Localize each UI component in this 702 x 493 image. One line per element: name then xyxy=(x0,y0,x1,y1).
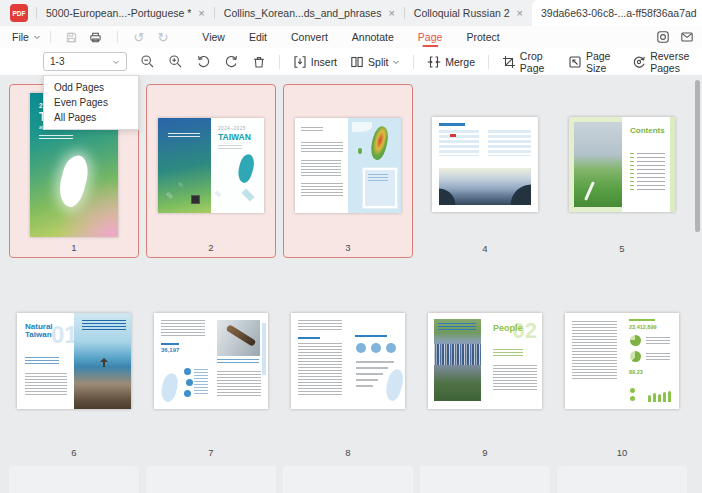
merge-page-button[interactable]: Merge xyxy=(427,55,475,69)
population-stat: 23,412,899 xyxy=(629,324,657,330)
page-thumbnail-cell-6[interactable]: 01 Natural Taiwan 6 xyxy=(9,288,139,462)
dropdown-option-even-pages[interactable]: Even Pages xyxy=(44,95,138,110)
document-tab-1[interactable]: 5000-European...-Portuguese * × xyxy=(37,0,214,26)
page-thumbnail-cell-3[interactable]: 3 xyxy=(283,84,413,258)
merge-icon xyxy=(427,55,441,69)
zoom-out-icon[interactable] xyxy=(140,53,155,71)
taiwan-island-graphic xyxy=(55,153,93,210)
page-range-combobox[interactable] xyxy=(43,52,127,71)
spread-title-text: TAIWAN xyxy=(218,132,251,142)
page-4-preview xyxy=(432,117,538,212)
spread-year-text: 2024–2025 xyxy=(218,126,246,131)
split-label: Split xyxy=(368,56,388,68)
crop-icon xyxy=(502,55,516,69)
split-page-button[interactable]: Split xyxy=(350,55,400,69)
titlebar: PDF 5000-European...-Portuguese * × Coll… xyxy=(0,0,702,27)
page-size-icon xyxy=(568,55,582,69)
page-thumbnail-cell-4[interactable]: 4 xyxy=(420,84,550,258)
page-size-button[interactable]: Page Size xyxy=(568,50,619,74)
close-tab-icon[interactable]: × xyxy=(517,8,523,19)
dropdown-option-all-pages[interactable]: All Pages xyxy=(44,110,138,125)
page-number-label: 1 xyxy=(10,242,138,253)
rotate-left-icon[interactable] xyxy=(196,53,211,71)
page-number-label: 2 xyxy=(147,242,275,253)
chevron-down-icon xyxy=(33,33,41,41)
page-9-preview: 02 People xyxy=(428,313,542,409)
tab-convert[interactable]: Convert xyxy=(291,26,328,48)
save-icon[interactable] xyxy=(64,29,80,45)
page-number-label: 9 xyxy=(420,447,550,458)
page-thumbnail-cell-2[interactable]: 2024–2025 TAIWAN 2 xyxy=(146,84,276,258)
file-menu-label: File xyxy=(12,31,29,43)
reverse-pages-label: Reverse Pages xyxy=(650,50,702,74)
tab-protect[interactable]: Protect xyxy=(466,26,499,48)
chevron-down-icon xyxy=(112,58,120,66)
document-tab-2[interactable]: Collins_Korean...ds_and_phrases × xyxy=(215,0,404,26)
page-3-preview xyxy=(295,118,401,213)
section-heading: People xyxy=(493,323,523,333)
page-thumbnail-cell-15[interactable] xyxy=(557,466,687,493)
crop-page-button[interactable]: Crop Page xyxy=(502,50,555,74)
feedback-mail-icon[interactable] xyxy=(680,30,694,44)
zoom-in-icon[interactable] xyxy=(168,53,183,71)
page-thumbnail-cell-5[interactable]: Contents 5 xyxy=(557,84,687,258)
close-tab-icon[interactable]: × xyxy=(198,8,204,19)
tab-view[interactable]: View xyxy=(202,26,225,48)
tab-label: Collins_Korean...ds_and_phrases xyxy=(224,7,382,19)
page-number-label: 4 xyxy=(420,243,550,254)
divider xyxy=(117,31,118,43)
tab-page-active[interactable]: Page xyxy=(418,26,443,48)
page-2-preview: 2024–2025 TAIWAN xyxy=(158,118,264,213)
index-stat: 89.23 xyxy=(629,369,643,375)
insert-label: Insert xyxy=(311,56,337,68)
print-icon[interactable] xyxy=(88,29,104,45)
undo-icon[interactable]: ↺ xyxy=(131,29,147,45)
page-thumbnail-grid: 2024-2025 TAIWAN at a Glance 1 2024–2025… xyxy=(0,75,702,493)
tab-label: Colloquial Russian 2 xyxy=(414,7,510,19)
redo-icon[interactable]: ↻ xyxy=(155,29,171,45)
menubar-right-icons xyxy=(656,26,694,48)
dropdown-option-odd-pages[interactable]: Odd Pages xyxy=(44,80,138,95)
tab-label: 5000-European...-Portuguese * xyxy=(46,7,191,19)
page-toolbar: Insert Split Merge Crop Page Page Size R… xyxy=(0,48,702,76)
page-thumbnail-cell-9[interactable]: 02 People 9 xyxy=(420,288,550,462)
divider xyxy=(488,55,489,69)
page-thumbnail-cell-14[interactable] xyxy=(420,466,550,493)
page-thumbnail-cell-8[interactable]: 8 xyxy=(283,288,413,462)
divider xyxy=(279,55,280,69)
page-number-label: 5 xyxy=(557,243,687,254)
split-icon xyxy=(350,55,364,69)
tab-edit[interactable]: Edit xyxy=(249,26,267,48)
page-thumbnail-cell-7[interactable]: 36,197 7 xyxy=(146,288,276,462)
delete-page-icon[interactable] xyxy=(252,53,266,71)
contents-heading: Contents xyxy=(630,126,665,135)
page-number-label: 7 xyxy=(146,447,276,458)
stat-number: 36,197 xyxy=(161,347,179,353)
tab-annotate[interactable]: Annotate xyxy=(352,26,394,48)
page-number-label: 8 xyxy=(283,447,413,458)
insert-page-button[interactable]: Insert xyxy=(293,55,337,69)
close-tab-icon[interactable]: × xyxy=(388,8,394,19)
rotate-right-icon[interactable] xyxy=(224,53,239,71)
page-thumbnail-cell-11[interactable] xyxy=(9,466,139,493)
screenshot-camera-icon[interactable] xyxy=(656,30,670,44)
page-5-preview: Contents xyxy=(569,117,675,212)
menubar: File ↺ ↻ View Edit Convert Annotate Page… xyxy=(0,26,702,48)
page-thumbnail-cell-13[interactable] xyxy=(283,466,413,493)
file-menu-button[interactable]: File xyxy=(12,31,41,43)
page-thumbnail-cell-10[interactable]: 23,412,899 89.23 10 xyxy=(557,288,687,462)
document-tab-4-active[interactable]: 39da6e63-06c8-...a-ff58f36aa7ad × xyxy=(532,0,702,26)
page-range-input[interactable] xyxy=(50,56,108,67)
app-logo: PDF xyxy=(10,4,28,22)
page-thumbnail-cell-12[interactable] xyxy=(146,466,276,493)
chevron-down-icon xyxy=(392,58,400,66)
reverse-pages-button[interactable]: Reverse Pages xyxy=(632,50,702,74)
document-tab-3[interactable]: Colloquial Russian 2 × xyxy=(405,0,532,26)
ribbon-tabs: View Edit Convert Annotate Page Protect xyxy=(202,26,499,48)
vertical-scrollbar[interactable] xyxy=(695,80,700,232)
page-range-dropdown: Odd Pages Even Pages All Pages xyxy=(43,75,139,130)
divider xyxy=(413,55,414,69)
divider xyxy=(50,31,51,43)
page-10-preview: 23,412,899 89.23 xyxy=(565,313,679,409)
reverse-pages-icon xyxy=(632,55,646,69)
